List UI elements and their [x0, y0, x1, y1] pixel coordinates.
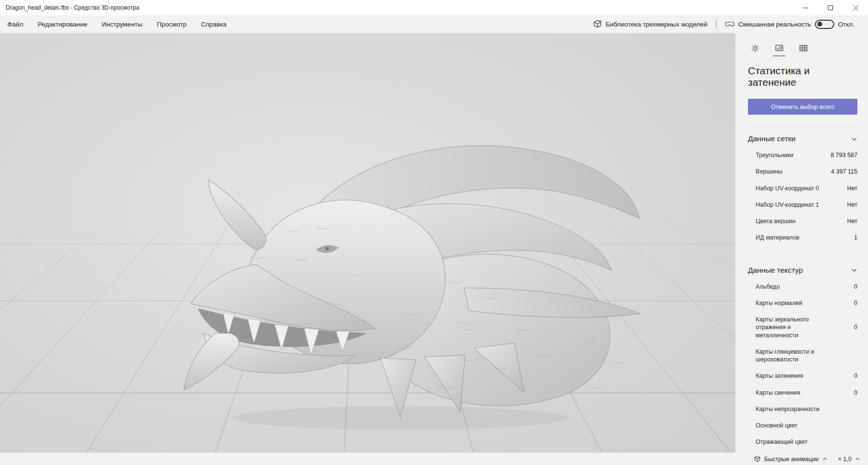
stat-label: Карты нормалей — [756, 299, 802, 307]
stat-label: Цвета вершин — [756, 217, 796, 225]
stat-row-normal-maps: Карты нормалей 0 — [756, 295, 857, 311]
stat-value: 0 — [854, 300, 857, 306]
stat-value: 1 — [854, 234, 857, 241]
stat-row-gloss-rough-maps: Карты глянцевости и шероховатости — [756, 344, 857, 368]
stat-label: Карты свечения — [756, 389, 800, 397]
stat-row-uv0: Набор UV-координат 0 Нет — [756, 180, 857, 197]
playback-speed-label: × 1,0 — [838, 456, 852, 463]
cube-library-icon — [593, 20, 602, 28]
stat-label: Альбедо — [756, 283, 780, 291]
stat-value: Нет — [847, 201, 857, 208]
panel-tabs — [748, 41, 857, 55]
stat-label: Треугольники — [756, 151, 793, 159]
quick-animations-icon — [754, 455, 761, 463]
dragon-model[interactable] — [169, 101, 641, 438]
texture-data-section: Данные текстур Альбедо 0 Карты нормалей … — [748, 258, 857, 453]
mesh-section-title: Данные сетки — [748, 134, 796, 143]
stat-label: Карты затенения — [756, 372, 803, 380]
stat-row-specular-color: Отражающий цвет — [756, 434, 857, 450]
stat-row-occlusion-maps: Карты затенения 0 — [756, 368, 857, 384]
chevron-down-icon — [851, 136, 857, 142]
mixed-reality-state: Откл. — [838, 21, 854, 28]
toggle-knob — [817, 22, 822, 27]
stat-row-uv1: Набор UV-координат 1 Нет — [756, 197, 857, 213]
panel-title: Статистика и затенение — [748, 65, 857, 88]
stat-value: 4 397 115 — [831, 168, 857, 175]
stat-label: Набор UV-координат 1 — [756, 201, 819, 209]
quick-animations-button[interactable]: Быстрые анимации — [754, 455, 827, 463]
window-controls — [793, 0, 868, 15]
menu-edit[interactable]: Редактирование — [30, 15, 95, 33]
menu-help[interactable]: Справка — [194, 15, 234, 33]
menu-divider — [716, 19, 717, 29]
close-button[interactable] — [843, 0, 868, 15]
chevron-down-icon — [851, 267, 857, 273]
mesh-section-header[interactable]: Данные сетки — [748, 134, 857, 143]
maximize-button[interactable] — [818, 0, 843, 15]
title-bar: Dragon_head_detals.fbx - Средство 3D-про… — [0, 0, 868, 15]
playback-speed-control[interactable]: × 1,0 — [838, 456, 860, 463]
stat-label: Вершины — [756, 168, 782, 175]
stats-chart-icon — [775, 44, 784, 53]
stat-row-material-ids: ИД материалов 1 — [756, 229, 857, 246]
stat-row-base-color: Основной цвет — [756, 417, 857, 434]
tab-grid-wireframe[interactable] — [796, 41, 811, 55]
texture-section-header[interactable]: Данные текстур — [748, 266, 857, 275]
texture-section-title: Данные текстур — [748, 266, 803, 275]
stats-panel: Статистика и затенение Отменить выбор вс… — [735, 33, 868, 452]
mixed-reality-toggle[interactable] — [815, 20, 834, 29]
stat-label: Набор UV-координат 0 — [756, 185, 819, 192]
stat-label: Карты зеркального отражения и металлично… — [756, 316, 828, 339]
viewport-3d[interactable] — [0, 33, 735, 452]
stat-row-albedo: Альбедо 0 — [756, 279, 857, 295]
grid-table-icon — [799, 44, 808, 53]
deselect-all-button[interactable]: Отменить выбор всего — [748, 99, 857, 115]
mixed-reality-icon — [725, 21, 734, 28]
stat-value: 0 — [854, 283, 857, 290]
chevron-up-icon — [855, 456, 860, 462]
stat-value: 0 — [854, 324, 857, 331]
stat-value: 0 — [854, 372, 857, 379]
chevron-up-icon — [822, 456, 827, 462]
stat-row-emissive-maps: Карты свечения 0 — [756, 385, 857, 401]
texture-rows: Альбедо 0 Карты нормалей 0 Карты зеркаль… — [748, 279, 857, 453]
model-library-button[interactable]: Библиотека трехмерных моделей — [589, 15, 711, 33]
tab-stats-shading[interactable] — [772, 41, 787, 55]
menu-tools[interactable]: Инструменты — [95, 15, 149, 33]
maximize-icon — [828, 5, 833, 10]
stat-value: 8 793 587 — [830, 152, 857, 159]
menu-file[interactable]: Файл — [0, 15, 30, 33]
stat-label: ИД материалов — [756, 234, 800, 241]
menu-bar: Файл Редактирование Инструменты Просмотр… — [0, 15, 868, 33]
window-title: Dragon_head_detals.fbx - Средство 3D-про… — [0, 4, 139, 11]
tab-environment[interactable] — [748, 41, 762, 55]
stat-label: Основной цвет — [756, 422, 798, 429]
mesh-rows: Треугольники 8 793 587 Вершины 4 397 115… — [748, 147, 857, 246]
bottom-bar: Быстрые анимации × 1,0 — [0, 452, 868, 465]
minimize-icon — [803, 5, 808, 11]
quick-animations-label: Быстрые анимации — [764, 456, 819, 463]
mesh-data-section: Данные сетки Треугольники 8 793 587 Верш… — [748, 126, 857, 246]
menu-right-group: Библиотека трехмерных моделей Смешанная … — [589, 15, 868, 33]
stat-value: Нет — [847, 185, 857, 192]
mixed-reality-group: Смешанная реальность Откл. — [721, 15, 858, 33]
stat-row-vertex-colors: Цвета вершин Нет — [756, 213, 857, 229]
sun-icon — [751, 44, 760, 53]
stat-row-triangles: Треугольники 8 793 587 — [756, 147, 857, 163]
stat-row-opacity-maps: Карты непрозрачности — [756, 401, 857, 417]
stat-value: 0 — [854, 389, 857, 396]
stat-label: Карты глянцевости и шероховатости — [756, 348, 828, 364]
mixed-reality-label: Смешанная реальность — [738, 21, 811, 28]
stat-row-specular-metal-maps: Карты зеркального отражения и металлично… — [756, 311, 857, 344]
menu-view[interactable]: Просмотр — [149, 15, 194, 33]
stat-label: Отражающий цвет — [756, 438, 808, 446]
close-icon — [853, 5, 858, 11]
model-library-label: Библиотека трехмерных моделей — [606, 21, 707, 28]
stat-value: Нет — [847, 218, 857, 225]
stat-row-vertices: Вершины 4 397 115 — [756, 163, 857, 180]
stat-label: Карты непрозрачности — [756, 405, 819, 413]
minimize-button[interactable] — [793, 0, 818, 15]
